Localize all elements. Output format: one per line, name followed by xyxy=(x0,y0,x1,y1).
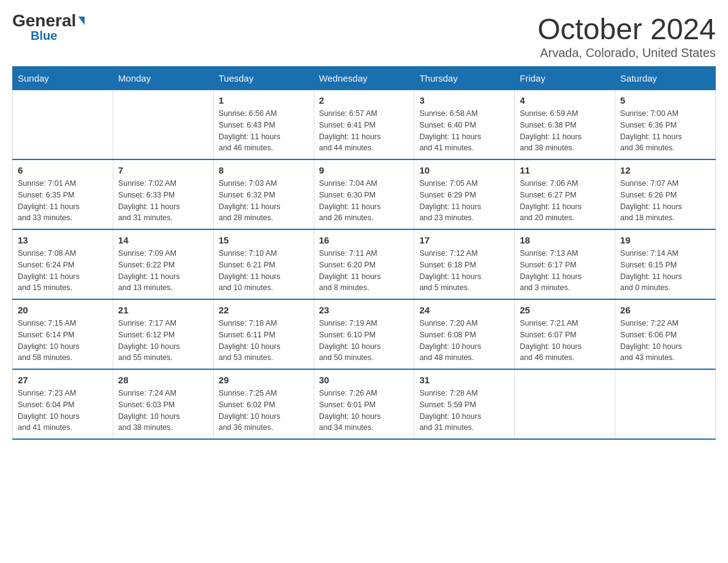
day-number: 25 xyxy=(520,305,610,315)
calendar-cell xyxy=(615,369,716,439)
calendar-cell: 11Sunrise: 7:06 AMSunset: 6:27 PMDayligh… xyxy=(515,159,615,229)
day-number: 23 xyxy=(319,305,409,315)
calendar-header-wednesday: Wednesday xyxy=(314,67,414,90)
day-info: Sunrise: 7:23 AMSunset: 6:04 PMDaylight:… xyxy=(18,388,108,434)
calendar-cell: 19Sunrise: 7:14 AMSunset: 6:15 PMDayligh… xyxy=(615,229,716,299)
logo-blue: Blue xyxy=(31,29,57,42)
calendar-cell xyxy=(515,369,615,439)
calendar-cell: 8Sunrise: 7:03 AMSunset: 6:32 PMDaylight… xyxy=(213,159,314,229)
day-info: Sunrise: 7:09 AMSunset: 6:22 PMDaylight:… xyxy=(118,248,208,294)
calendar-cell: 10Sunrise: 7:05 AMSunset: 6:29 PMDayligh… xyxy=(414,159,515,229)
logo-triangle-icon xyxy=(78,17,85,25)
day-info: Sunrise: 7:14 AMSunset: 6:15 PMDaylight:… xyxy=(620,248,710,294)
calendar-cell xyxy=(13,90,113,160)
day-number: 28 xyxy=(118,375,208,385)
day-info: Sunrise: 7:19 AMSunset: 6:10 PMDaylight:… xyxy=(319,318,409,364)
calendar-cell: 21Sunrise: 7:17 AMSunset: 6:12 PMDayligh… xyxy=(113,299,213,369)
calendar-header-friday: Friday xyxy=(515,67,615,90)
calendar-week-row: 13Sunrise: 7:08 AMSunset: 6:24 PMDayligh… xyxy=(13,229,716,299)
day-info: Sunrise: 7:04 AMSunset: 6:30 PMDaylight:… xyxy=(319,178,409,224)
calendar-header-monday: Monday xyxy=(113,67,213,90)
calendar-week-row: 1Sunrise: 6:56 AMSunset: 6:43 PMDaylight… xyxy=(13,90,716,160)
day-info: Sunrise: 7:02 AMSunset: 6:33 PMDaylight:… xyxy=(118,178,208,224)
calendar-week-row: 6Sunrise: 7:01 AMSunset: 6:35 PMDaylight… xyxy=(13,159,716,229)
day-number: 31 xyxy=(419,375,509,385)
calendar-cell: 25Sunrise: 7:21 AMSunset: 6:07 PMDayligh… xyxy=(515,299,615,369)
calendar-header-row: SundayMondayTuesdayWednesdayThursdayFrid… xyxy=(13,67,716,90)
calendar-cell: 3Sunrise: 6:58 AMSunset: 6:40 PMDaylight… xyxy=(414,90,515,160)
day-number: 14 xyxy=(118,235,208,245)
calendar-table: SundayMondayTuesdayWednesdayThursdayFrid… xyxy=(12,66,716,440)
day-info: Sunrise: 7:15 AMSunset: 6:14 PMDaylight:… xyxy=(18,318,108,364)
day-number: 29 xyxy=(219,375,309,385)
calendar-cell: 1Sunrise: 6:56 AMSunset: 6:43 PMDaylight… xyxy=(213,90,314,160)
calendar-cell: 29Sunrise: 7:25 AMSunset: 6:02 PMDayligh… xyxy=(213,369,314,439)
day-info: Sunrise: 7:20 AMSunset: 6:08 PMDaylight:… xyxy=(419,318,509,364)
day-info: Sunrise: 7:01 AMSunset: 6:35 PMDaylight:… xyxy=(18,178,108,224)
calendar-location: Arvada, Colorado, United States xyxy=(537,46,716,60)
calendar-title: October 2024 xyxy=(537,12,716,46)
day-info: Sunrise: 6:57 AMSunset: 6:41 PMDaylight:… xyxy=(319,108,409,154)
day-number: 18 xyxy=(520,235,610,245)
day-number: 16 xyxy=(319,235,409,245)
day-number: 27 xyxy=(18,375,108,385)
calendar-cell: 26Sunrise: 7:22 AMSunset: 6:06 PMDayligh… xyxy=(615,299,716,369)
title-block: October 2024 Arvada, Colorado, United St… xyxy=(537,12,716,60)
day-info: Sunrise: 7:11 AMSunset: 6:20 PMDaylight:… xyxy=(319,248,409,294)
day-info: Sunrise: 7:18 AMSunset: 6:11 PMDaylight:… xyxy=(219,318,309,364)
calendar-cell: 7Sunrise: 7:02 AMSunset: 6:33 PMDaylight… xyxy=(113,159,213,229)
calendar-cell: 18Sunrise: 7:13 AMSunset: 6:17 PMDayligh… xyxy=(515,229,615,299)
day-info: Sunrise: 7:12 AMSunset: 6:18 PMDaylight:… xyxy=(419,248,509,294)
calendar-week-row: 20Sunrise: 7:15 AMSunset: 6:14 PMDayligh… xyxy=(13,299,716,369)
calendar-cell: 9Sunrise: 7:04 AMSunset: 6:30 PMDaylight… xyxy=(314,159,414,229)
day-number: 2 xyxy=(319,95,409,105)
calendar-cell: 17Sunrise: 7:12 AMSunset: 6:18 PMDayligh… xyxy=(414,229,515,299)
day-number: 6 xyxy=(18,165,108,175)
calendar-cell: 22Sunrise: 7:18 AMSunset: 6:11 PMDayligh… xyxy=(213,299,314,369)
day-number: 10 xyxy=(419,165,509,175)
day-info: Sunrise: 6:59 AMSunset: 6:38 PMDaylight:… xyxy=(520,108,610,154)
calendar-cell: 16Sunrise: 7:11 AMSunset: 6:20 PMDayligh… xyxy=(314,229,414,299)
calendar-header-thursday: Thursday xyxy=(414,67,515,90)
day-info: Sunrise: 7:10 AMSunset: 6:21 PMDaylight:… xyxy=(219,248,309,294)
day-info: Sunrise: 7:07 AMSunset: 6:26 PMDaylight:… xyxy=(620,178,710,224)
day-number: 22 xyxy=(219,305,309,315)
calendar-cell: 31Sunrise: 7:28 AMSunset: 5:59 PMDayligh… xyxy=(414,369,515,439)
day-info: Sunrise: 7:25 AMSunset: 6:02 PMDaylight:… xyxy=(219,388,309,434)
day-info: Sunrise: 7:00 AMSunset: 6:36 PMDaylight:… xyxy=(620,108,710,154)
calendar-header-saturday: Saturday xyxy=(615,67,716,90)
day-info: Sunrise: 7:06 AMSunset: 6:27 PMDaylight:… xyxy=(520,178,610,224)
day-info: Sunrise: 7:05 AMSunset: 6:29 PMDaylight:… xyxy=(419,178,509,224)
day-info: Sunrise: 7:03 AMSunset: 6:32 PMDaylight:… xyxy=(219,178,309,224)
calendar-cell: 13Sunrise: 7:08 AMSunset: 6:24 PMDayligh… xyxy=(13,229,113,299)
calendar-cell: 24Sunrise: 7:20 AMSunset: 6:08 PMDayligh… xyxy=(414,299,515,369)
day-number: 9 xyxy=(319,165,409,175)
day-info: Sunrise: 6:56 AMSunset: 6:43 PMDaylight:… xyxy=(219,108,309,154)
calendar-header-sunday: Sunday xyxy=(13,67,113,90)
logo: General Blue xyxy=(12,12,85,42)
day-number: 19 xyxy=(620,235,710,245)
day-number: 1 xyxy=(219,95,309,105)
day-number: 24 xyxy=(419,305,509,315)
day-number: 8 xyxy=(219,165,309,175)
day-info: Sunrise: 7:17 AMSunset: 6:12 PMDaylight:… xyxy=(118,318,208,364)
day-number: 15 xyxy=(219,235,309,245)
day-info: Sunrise: 7:13 AMSunset: 6:17 PMDaylight:… xyxy=(520,248,610,294)
day-info: Sunrise: 7:21 AMSunset: 6:07 PMDaylight:… xyxy=(520,318,610,364)
calendar-cell: 12Sunrise: 7:07 AMSunset: 6:26 PMDayligh… xyxy=(615,159,716,229)
calendar-cell: 2Sunrise: 6:57 AMSunset: 6:41 PMDaylight… xyxy=(314,90,414,160)
day-number: 30 xyxy=(319,375,409,385)
calendar-cell: 15Sunrise: 7:10 AMSunset: 6:21 PMDayligh… xyxy=(213,229,314,299)
day-info: Sunrise: 7:26 AMSunset: 6:01 PMDaylight:… xyxy=(319,388,409,434)
day-number: 7 xyxy=(118,165,208,175)
day-number: 13 xyxy=(18,235,108,245)
day-number: 17 xyxy=(419,235,509,245)
calendar-cell: 20Sunrise: 7:15 AMSunset: 6:14 PMDayligh… xyxy=(13,299,113,369)
day-number: 12 xyxy=(620,165,710,175)
day-info: Sunrise: 7:22 AMSunset: 6:06 PMDaylight:… xyxy=(620,318,710,364)
day-number: 26 xyxy=(620,305,710,315)
day-info: Sunrise: 7:28 AMSunset: 5:59 PMDaylight:… xyxy=(419,388,509,434)
calendar-cell: 27Sunrise: 7:23 AMSunset: 6:04 PMDayligh… xyxy=(13,369,113,439)
day-number: 4 xyxy=(520,95,610,105)
calendar-week-row: 27Sunrise: 7:23 AMSunset: 6:04 PMDayligh… xyxy=(13,369,716,439)
